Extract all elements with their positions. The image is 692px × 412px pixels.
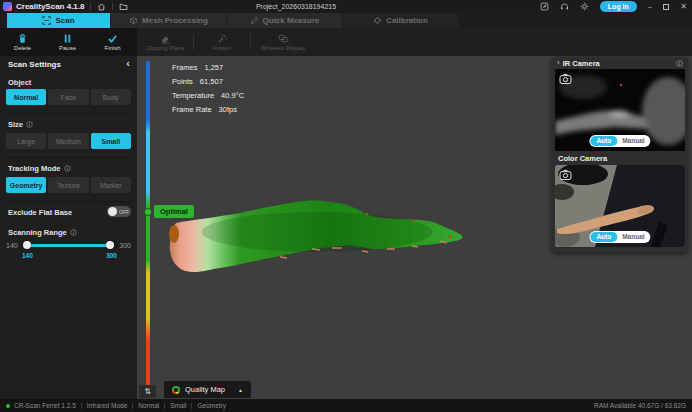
camera-switch-icon[interactable]: [559, 169, 572, 181]
exclude-flat-base-toggle[interactable]: OFF: [107, 206, 131, 217]
info-icon[interactable]: [676, 60, 683, 67]
quality-marker-dot: [144, 208, 152, 216]
quality-map-ring-icon: [172, 386, 180, 394]
stat-value: 30fps: [219, 105, 237, 114]
color-camera-header: Color Camera: [552, 151, 688, 165]
app-window: CrealityScan 4.1.8 Project_2026031819421…: [0, 0, 692, 412]
ir-camera-header: › IR Camera: [552, 57, 688, 69]
magic-wand-icon: [217, 33, 228, 44]
divider: [81, 403, 82, 409]
ir-manual-button[interactable]: Manual: [617, 136, 649, 146]
scan-mesh: [162, 190, 472, 275]
scan-settings-panel: Scan Settings ‹ Object Normal Face Body …: [0, 56, 137, 399]
tab-label: Calibration: [386, 16, 428, 25]
headset-icon[interactable]: [560, 2, 569, 11]
slider-handle-high[interactable]: [106, 241, 114, 249]
tab-calibration[interactable]: Calibration: [343, 13, 458, 28]
scanning-range-label: Scanning Range: [8, 228, 77, 237]
swap-arrows-icon: ⇅: [144, 388, 151, 396]
collapse-panel-icon[interactable]: ‹: [126, 58, 130, 69]
fusion-button[interactable]: Fusion: [194, 33, 250, 51]
divider: [6, 157, 131, 158]
object-option-normal[interactable]: Normal: [6, 89, 46, 105]
stat-points: Points61,507: [172, 77, 244, 86]
panel-title: Scan Settings: [8, 60, 61, 69]
button-label: Wireless Display: [261, 45, 305, 51]
size-option-large[interactable]: Large: [6, 133, 46, 149]
titlebar-actions: Log In – ✕: [540, 0, 687, 13]
info-icon: [26, 121, 33, 128]
titlebar: CrealityScan 4.1.8 Project_2026031819421…: [0, 0, 692, 13]
tab-mesh-processing[interactable]: Mesh Processing: [111, 13, 226, 28]
quality-map-button[interactable]: Quality Map ▲: [164, 381, 251, 398]
button-label: Clipping Plane: [146, 45, 185, 51]
login-button[interactable]: Log In: [600, 1, 637, 12]
tab-scan[interactable]: Scan: [7, 13, 110, 28]
info-icon: [70, 229, 77, 236]
pause-icon: [62, 33, 73, 44]
tab-label: Scan: [55, 16, 74, 25]
delete-button[interactable]: Delete: [0, 28, 45, 56]
statusbar: CR-Scan Ferret 1.2.5 Infrared Mode Norma…: [0, 399, 692, 412]
object-option-body[interactable]: Body: [91, 89, 131, 105]
eraser-icon: [160, 33, 171, 44]
stat-label: Frame Rate: [172, 105, 212, 114]
color-camera-title: Color Camera: [558, 154, 607, 163]
stat-label: Points: [172, 77, 193, 86]
chevron-right-icon[interactable]: ›: [557, 59, 560, 67]
tracking-option-texture[interactable]: Texture: [48, 177, 88, 193]
finish-button[interactable]: Finish: [90, 28, 135, 56]
connection-status-dot: [6, 404, 10, 408]
stat-frame-rate: Frame Rate30fps: [172, 105, 244, 114]
home-icon[interactable]: [97, 2, 106, 11]
status-device: CR-Scan Ferret 1.2.5: [14, 402, 76, 409]
tracking-option-geometry[interactable]: Geometry: [6, 177, 46, 193]
color-auto-button[interactable]: Auto: [590, 232, 617, 242]
folder-icon[interactable]: [119, 2, 128, 11]
divider: [164, 403, 165, 409]
toolbar-disabled-group: Clipping Plane Fusion Wireless Display: [137, 28, 692, 56]
feedback-icon[interactable]: [540, 2, 549, 11]
status-object: Normal: [138, 402, 159, 409]
wireless-display-icon: [278, 33, 289, 44]
status-tracking: Geometry: [197, 402, 226, 409]
ir-auto-button[interactable]: Auto: [590, 136, 617, 146]
toggle-state: OFF: [119, 209, 129, 215]
pause-button[interactable]: Pause: [45, 28, 90, 56]
minimize-icon[interactable]: –: [648, 3, 652, 11]
app-title: CrealityScan 4.1.8: [16, 2, 84, 11]
check-icon: [107, 33, 118, 44]
tracking-mode-label: Tracking Mode: [8, 164, 71, 173]
label-text: Scanning Range: [8, 228, 67, 237]
range-low-value: 140: [22, 252, 33, 259]
status-size: Small: [170, 402, 186, 409]
camera-switch-icon[interactable]: [559, 73, 572, 85]
scan-toolbar: Delete Pause Finish Clipping Plane Fusio…: [0, 28, 692, 56]
size-option-small[interactable]: Small: [91, 133, 131, 149]
swap-view-button[interactable]: ⇅: [139, 385, 156, 398]
tab-quick-measure[interactable]: Quick Measure: [227, 13, 342, 28]
range-max: 300: [115, 242, 131, 249]
ram-available: RAM Available 40.67G / 63.62G: [594, 402, 686, 409]
quality-gradient-bar: [146, 61, 150, 387]
maximize-icon[interactable]: [663, 4, 669, 10]
gear-icon[interactable]: [580, 2, 589, 11]
clipping-plane-button[interactable]: Clipping Plane: [137, 33, 193, 51]
wireless-display-button[interactable]: Wireless Display: [251, 33, 315, 51]
slider-track[interactable]: [26, 244, 111, 247]
app-logo: [3, 2, 12, 11]
stat-label: Temperature: [172, 91, 214, 100]
ir-camera-title: IR Camera: [563, 59, 600, 68]
size-option-medium[interactable]: Medium: [48, 133, 88, 149]
tracking-option-marker[interactable]: Marker: [91, 177, 131, 193]
scan-viewport[interactable]: Optimal Frames1,257 Points61,507 Tempera…: [137, 56, 692, 399]
info-icon: [64, 165, 71, 172]
ir-camera-view: Auto Manual: [555, 69, 685, 151]
slider-handle-low[interactable]: [23, 241, 31, 249]
label-text: Tracking Mode: [8, 164, 61, 173]
divider: [191, 403, 192, 409]
color-manual-button[interactable]: Manual: [617, 232, 649, 242]
object-option-face[interactable]: Face: [48, 89, 88, 105]
close-icon[interactable]: ✕: [680, 3, 687, 11]
color-camera-view: Auto Manual: [555, 165, 685, 247]
